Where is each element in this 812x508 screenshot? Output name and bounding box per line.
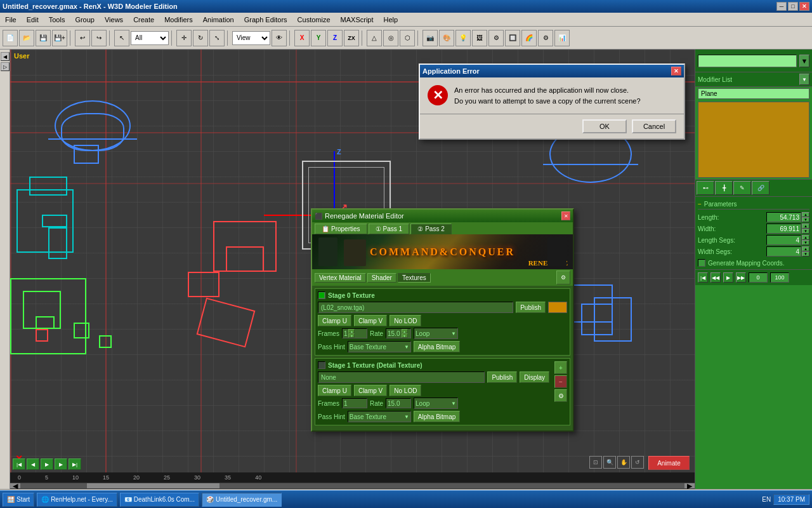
frames-up[interactable]: ▲ [348, 329, 355, 333]
tool-extra4[interactable]: ⚙ [538, 30, 553, 46]
param-length-value[interactable]: 54.713 [766, 212, 801, 222]
stage1-side-btn1[interactable]: + [554, 361, 567, 374]
move-btn[interactable]: ✛ [176, 30, 192, 46]
axis-zx[interactable]: ZX [344, 30, 359, 46]
undo-btn[interactable]: ↩ [75, 30, 90, 46]
frame-prev-btn[interactable]: ◀ [27, 458, 39, 470]
tool-extra2[interactable]: 🔲 [505, 30, 520, 46]
scroll-left-btn[interactable]: ◀ [10, 483, 20, 488]
mat-vertex-material-btn[interactable]: Vertex Material [315, 273, 366, 283]
menu-help[interactable]: Help [379, 13, 403, 26]
param-width-value[interactable]: 69.911 [766, 224, 801, 234]
axis-z[interactable]: Z [327, 30, 343, 46]
stage0-frames-val[interactable]: 1 ▲ ▼ [342, 328, 367, 338]
right-tb-btn3[interactable]: ✎ [733, 181, 751, 195]
menu-group[interactable]: Group [70, 13, 100, 26]
close-button[interactable]: ✕ [799, 2, 809, 11]
object-name-dropdown[interactable]: ▼ [799, 55, 809, 67]
stage1-display-btn[interactable]: Display [520, 371, 549, 383]
stage0-publish-btn[interactable]: Publish [516, 302, 546, 313]
h-scrollbar[interactable]: ◀ ▶ [10, 483, 695, 489]
frames-down[interactable]: ▼ [348, 333, 355, 338]
zoom-extents-btn[interactable]: ⊡ [589, 456, 602, 469]
params-collapse[interactable]: − [698, 201, 702, 208]
width-up[interactable]: ▲ [802, 224, 809, 229]
maximize-button[interactable]: □ [788, 2, 798, 11]
animate-button[interactable]: Animate [648, 456, 690, 470]
stage1-checkbox[interactable] [318, 361, 325, 369]
orbit-btn[interactable]: ↺ [631, 456, 644, 469]
length-up[interactable]: ▲ [802, 212, 809, 217]
stage0-hint-select[interactable]: Base Texture ▼ [348, 341, 411, 352]
menu-views[interactable]: Views [100, 13, 128, 26]
stage0-clamp-u-btn[interactable]: Clamp U [318, 315, 351, 326]
stage0-rate-val[interactable]: 15.0 ▲ ▼ [386, 328, 411, 338]
texture-btn[interactable]: 🖼 [472, 30, 487, 46]
taskbar-item-1[interactable]: 📧 DeathLink6.0s Com... [120, 493, 199, 507]
taskbar-item-2[interactable]: 🎲 Untitled_recover.gm... [202, 493, 282, 507]
menu-file[interactable]: File [0, 13, 22, 26]
redo-btn[interactable]: ↪ [91, 30, 107, 46]
stage1-frames-val[interactable]: 1 [342, 398, 367, 408]
menu-animation[interactable]: Animation [198, 13, 239, 26]
menu-graph-editors[interactable]: Graph Editors [239, 13, 292, 26]
stage1-rate-val[interactable]: 15.0 [386, 398, 411, 408]
start-button[interactable]: 🪟 Start [3, 493, 34, 507]
stage1-alpha-btn[interactable]: Alpha Bitmap [414, 411, 460, 422]
stage1-publish-btn[interactable]: Publish [487, 371, 517, 383]
tool-extra1[interactable]: ⚙ [488, 30, 504, 46]
lsegs-up[interactable]: ▲ [802, 235, 809, 240]
stage1-clamp-u-btn[interactable]: Clamp U [318, 385, 351, 396]
stage0-clamp-v-btn[interactable]: Clamp V [354, 315, 387, 326]
tool1[interactable]: △ [367, 30, 382, 46]
menu-customize[interactable]: Customize [292, 13, 336, 26]
param-lsegs-value[interactable]: 4 [766, 235, 801, 245]
stage1-loop-select[interactable]: Loop ▼ [414, 398, 458, 409]
width-down[interactable]: ▼ [802, 229, 809, 234]
left-btn1[interactable]: ◀ [1, 52, 10, 61]
menu-edit[interactable]: Edit [22, 13, 44, 26]
scroll-thumb[interactable] [87, 483, 219, 488]
view-toggle[interactable]: 👁 [272, 30, 287, 46]
taskbar-item-0[interactable]: 🌐 RenHelp.net - Every... [37, 493, 117, 507]
stage0-alpha-btn[interactable]: Alpha Bitmap [414, 341, 460, 352]
right-tb-btn1[interactable]: ⊷ [697, 181, 714, 195]
render-btn[interactable]: 📷 [422, 30, 438, 46]
select-filter-combo[interactable]: All [131, 31, 169, 45]
mat-textures-btn[interactable]: Textures [398, 273, 431, 283]
menu-modifiers[interactable]: Modifiers [159, 13, 198, 26]
time-btn3[interactable]: ▶ [723, 272, 733, 283]
stage0-checkbox[interactable] [318, 291, 325, 299]
save2-btn[interactable]: 💾+ [52, 30, 67, 46]
object-name-input[interactable]: Plane06 [698, 55, 797, 67]
menu-create[interactable]: Create [128, 13, 159, 26]
wsegs-down[interactable]: ▼ [802, 251, 809, 257]
lsegs-down[interactable]: ▼ [802, 240, 809, 245]
length-down[interactable]: ▼ [802, 217, 809, 222]
mat-side-btn1[interactable]: ⚙ [556, 271, 570, 284]
tool3[interactable]: ⬡ [400, 30, 415, 46]
plane-item[interactable]: Plane [698, 88, 809, 99]
total-frames[interactable]: 100 [770, 272, 789, 283]
tool2[interactable]: ◎ [383, 30, 398, 46]
menu-tools[interactable]: Tools [44, 13, 70, 26]
frame-display[interactable]: 0 [749, 272, 768, 283]
view-combo[interactable]: View [232, 31, 270, 45]
mat-close-button[interactable]: ✕ [561, 211, 570, 220]
stage1-no-lod-btn[interactable]: No LOD [390, 385, 421, 396]
frame-end-btn[interactable]: ▶| [69, 458, 81, 470]
wsegs-up[interactable]: ▲ [802, 246, 809, 251]
mat-tab-pass1[interactable]: ① Pass 1 [369, 224, 410, 234]
modifier-dropdown[interactable]: ▼ [799, 74, 809, 85]
menu-maxscript[interactable]: MAXScript [336, 13, 379, 26]
time-btn2[interactable]: ◀◀ [710, 272, 721, 283]
light-btn[interactable]: 💡 [455, 30, 471, 46]
frame-start-btn[interactable]: |◀ [13, 458, 25, 470]
param-wsegs-value[interactable]: 4 [766, 246, 801, 257]
stage0-loop-select[interactable]: Loop ▼ [414, 328, 458, 339]
new-btn[interactable]: 📄 [3, 30, 18, 46]
rotate-btn[interactable]: ↻ [193, 30, 208, 46]
minimize-button[interactable]: ─ [776, 2, 787, 11]
gen-mapping-checkbox[interactable] [698, 259, 705, 267]
play-btn[interactable]: ▶ [41, 458, 53, 470]
